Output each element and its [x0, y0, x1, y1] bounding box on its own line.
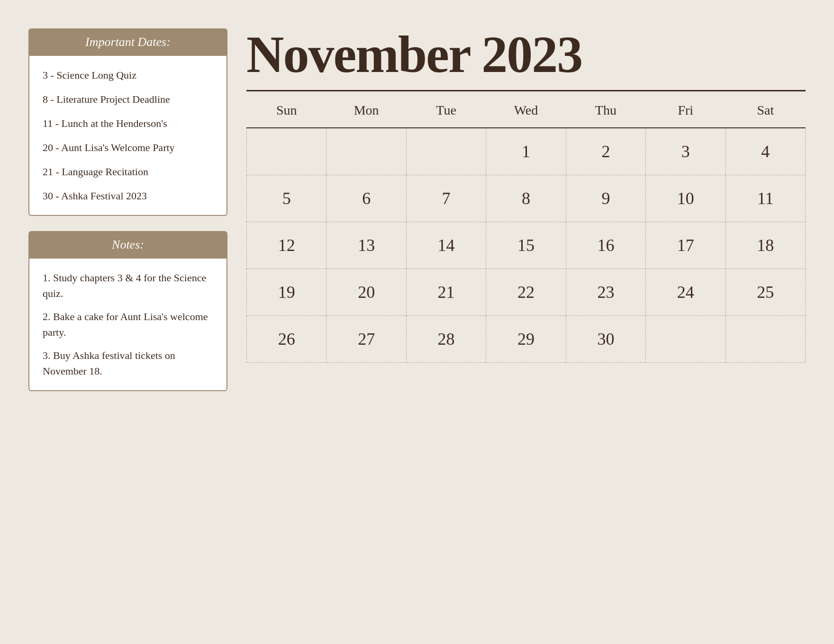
calendar-week-row: 567891011	[247, 175, 806, 222]
calendar-body: 1234567891011121314151617181920212223242…	[247, 128, 806, 363]
important-dates-header: Important Dates:	[28, 28, 227, 56]
calendar-day	[326, 128, 406, 175]
calendar-day: 15	[486, 222, 566, 269]
date-item: 11 - Lunch at the Henderson's	[43, 116, 213, 131]
day-of-week-header: Fri	[646, 91, 725, 128]
day-of-week-header: Sun	[247, 91, 326, 128]
calendar-day: 18	[725, 222, 805, 269]
calendar-day: 6	[326, 175, 406, 222]
calendar-day: 2	[566, 128, 645, 175]
notes-content: 1. Study chapters 3 & 4 for the Science …	[28, 259, 227, 391]
sidebar: Important Dates: 3 - Science Long Quiz8 …	[28, 28, 227, 406]
notes-header: Notes:	[28, 231, 227, 259]
calendar-day: 20	[326, 269, 406, 316]
calendar-day: 16	[566, 222, 645, 269]
calendar-week-row: 1234	[247, 128, 806, 175]
calendar-day: 27	[326, 316, 406, 363]
calendar-day	[247, 128, 326, 175]
calendar-day: 9	[566, 175, 645, 222]
calendar-day: 11	[725, 175, 805, 222]
calendar-day: 26	[247, 316, 326, 363]
notes-section: Notes: 1. Study chapters 3 & 4 for the S…	[28, 231, 227, 391]
calendar-day: 3	[646, 128, 725, 175]
calendar-week-row: 2627282930	[247, 316, 806, 363]
day-of-week-header: Wed	[486, 91, 566, 128]
calendar-day	[725, 316, 805, 363]
calendar-week-row: 12131415161718	[247, 222, 806, 269]
calendar-day: 17	[646, 222, 725, 269]
calendar-day: 24	[646, 269, 725, 316]
day-of-week-header: Mon	[326, 91, 406, 128]
calendar-day: 13	[326, 222, 406, 269]
calendar-day: 7	[406, 175, 486, 222]
days-of-week-row: SunMonTueWedThuFriSat	[247, 91, 806, 128]
calendar-day	[406, 128, 486, 175]
date-item: 30 - Ashka Festival 2023	[43, 188, 213, 204]
calendar-week-row: 19202122232425	[247, 269, 806, 316]
calendar-day: 22	[486, 269, 566, 316]
date-item: 3 - Science Long Quiz	[43, 67, 213, 83]
calendar-day	[646, 316, 725, 363]
calendar-day: 12	[247, 222, 326, 269]
day-of-week-header: Thu	[566, 91, 645, 128]
day-of-week-header: Tue	[406, 91, 486, 128]
calendar-day: 8	[486, 175, 566, 222]
calendar-day: 28	[406, 316, 486, 363]
note-item: 3. Buy Ashka festival tickets on Novembe…	[43, 348, 213, 379]
calendar-day: 21	[406, 269, 486, 316]
calendar-day: 14	[406, 222, 486, 269]
calendar-day: 10	[646, 175, 725, 222]
calendar-section: November 2023 SunMonTueWedThuFriSat 1234…	[246, 28, 806, 363]
note-item: 1. Study chapters 3 & 4 for the Science …	[43, 270, 213, 301]
date-item: 21 - Language Recitation	[43, 164, 213, 179]
calendar-header: SunMonTueWedThuFriSat	[247, 91, 806, 128]
calendar-day: 5	[247, 175, 326, 222]
calendar-day: 25	[725, 269, 805, 316]
date-item: 20 - Aunt Lisa's Welcome Party	[43, 140, 213, 155]
calendar-title: November 2023	[246, 28, 806, 80]
calendar-day: 23	[566, 269, 645, 316]
important-dates-content: 3 - Science Long Quiz8 - Literature Proj…	[28, 56, 227, 216]
date-item: 8 - Literature Project Deadline	[43, 91, 213, 107]
calendar-day: 1	[486, 128, 566, 175]
page-container: Important Dates: 3 - Science Long Quiz8 …	[0, 0, 834, 644]
important-dates-section: Important Dates: 3 - Science Long Quiz8 …	[28, 28, 227, 216]
calendar-day: 19	[247, 269, 326, 316]
day-of-week-header: Sat	[725, 91, 805, 128]
note-item: 2. Bake a cake for Aunt Lisa's welcome p…	[43, 309, 213, 340]
calendar-grid: SunMonTueWedThuFriSat 123456789101112131…	[246, 91, 806, 363]
calendar-day: 4	[725, 128, 805, 175]
calendar-day: 29	[486, 316, 566, 363]
calendar-day: 30	[566, 316, 645, 363]
